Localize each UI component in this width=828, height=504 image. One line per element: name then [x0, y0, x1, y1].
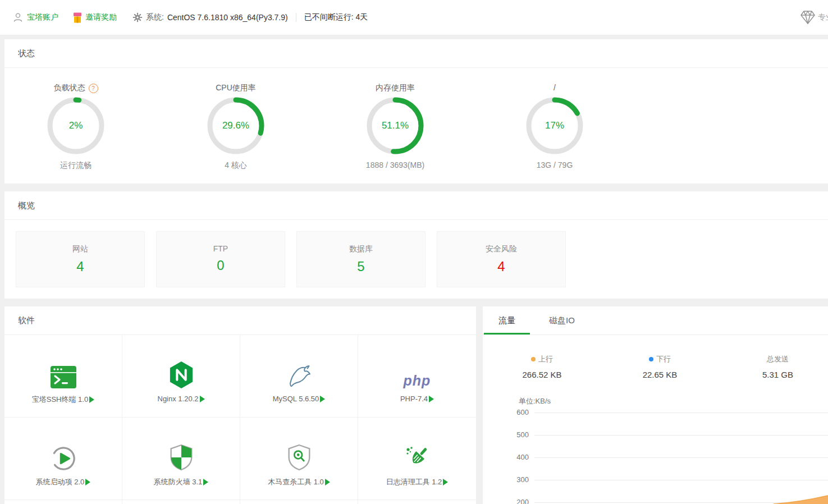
gauge-disk-root: / 17% 13G / 79G [487, 83, 622, 173]
firewall-shield-icon [122, 428, 240, 471]
stat-upstream: 上行 266.52 KB [484, 354, 600, 379]
ytick-200: 200 [498, 498, 529, 504]
gauge-cpu-label: CPU使用率 [216, 83, 256, 93]
gauge-cpu-value: 29.6% [222, 120, 249, 131]
card-databases-label: 数据库 [297, 244, 425, 254]
stat-total-sent-value: 5.31 GB [720, 370, 828, 379]
run-status-icon [200, 396, 205, 402]
stat-downstream: 下行 22.65 KB [602, 354, 717, 379]
software-cell-empty [4, 500, 122, 504]
software-item-label: MySQL 5.6.50 [273, 395, 319, 403]
edition-label: 专业版 [818, 12, 828, 22]
software-item-label: 系统防火墙 3.1 [154, 477, 203, 487]
software-item-firewall[interactable]: 系统防火墙 3.1 [122, 418, 240, 500]
overview-panel-header: 概览 [4, 191, 828, 220]
gauge-load-label: 负载状态 [54, 83, 85, 93]
overview-panel: 概览 网站 4 FTP 0 数据库 5 安全风险 4 [4, 191, 828, 299]
ytick-500: 500 [498, 430, 529, 439]
upstream-dot-icon [531, 357, 536, 361]
software-item-startup[interactable]: 系统启动项 2.0 [4, 418, 122, 500]
run-status-icon [325, 479, 330, 485]
card-websites-value: 4 [16, 259, 144, 274]
card-databases[interactable]: 数据库 5 [296, 231, 426, 287]
malware-scan-icon [240, 428, 358, 471]
card-websites[interactable]: 网站 4 [16, 231, 145, 287]
user-icon [12, 11, 24, 24]
card-ftp-value: 0 [157, 258, 285, 273]
card-ftp[interactable]: FTP 0 [156, 231, 285, 287]
software-item-log-clean[interactable]: 日志清理工具 1.2 [358, 418, 476, 500]
tab-disk-io[interactable]: 磁盘IO [543, 315, 580, 326]
software-item-label: 木马查杀工具 1.0 [268, 477, 324, 487]
software-title: 软件 [18, 315, 35, 326]
gear-icon [132, 12, 143, 22]
gridline [534, 457, 828, 458]
software-item-malware-scan[interactable]: 木马查杀工具 1.0 [240, 418, 358, 500]
software-item-bt-ssh[interactable]: 宝塔SSH终端 1.0 [4, 335, 122, 418]
nginx-icon [122, 345, 240, 389]
gridline [534, 435, 828, 436]
software-item-nginx[interactable]: Nginx 1.20.2 [122, 335, 240, 418]
stat-upstream-value: 266.52 KB [484, 370, 600, 379]
software-panel: 软件 宝塔SSH终端 1.0 [4, 306, 476, 504]
card-security-risk[interactable]: 安全风险 4 [437, 231, 566, 287]
gauge-memory: 内存使用率 51.1% 1888 / 3693(MB) [328, 83, 463, 173]
ytick-400: 400 [498, 453, 529, 461]
card-ftp-label: FTP [157, 244, 285, 253]
gauge-disk-sub: 13G / 79G [487, 161, 622, 169]
gauge-cpu: CPU使用率 29.6% 4 核心 [168, 83, 303, 173]
card-security-risk-label: 安全风险 [437, 244, 565, 254]
card-websites-label: 网站 [16, 244, 144, 254]
diamond-icon [800, 10, 816, 25]
status-panel-header: 状态 [4, 39, 828, 68]
software-item-php[interactable]: php PHP-7.4 [358, 335, 476, 418]
system-info: 系统: CentOS 7.6.1810 x86_64(Py3.7.9) [132, 12, 288, 22]
run-status-icon [203, 479, 208, 485]
stat-downstream-value: 22.65 KB [602, 370, 717, 379]
software-cell-empty [358, 500, 476, 504]
edition-badge[interactable]: 专业版 [800, 0, 828, 35]
downstream-dot-icon [649, 357, 653, 361]
overview-title: 概览 [18, 200, 35, 211]
gauge-memory-value: 51.1% [382, 120, 409, 131]
status-panel: 状态 负载状态 ? 2% 运行流畅 CPU使用率 [4, 39, 828, 184]
run-status-icon [320, 396, 325, 402]
log-clean-broom-icon [358, 428, 476, 471]
status-title: 状态 [18, 48, 35, 59]
gift-icon [73, 12, 82, 23]
ytick-600: 600 [498, 408, 529, 416]
account-link[interactable]: 宝塔账户 [12, 11, 58, 24]
run-status-icon [443, 479, 448, 485]
software-item-mysql[interactable]: MySQL 5.6.50 [240, 335, 358, 418]
software-item-label: 日志清理工具 1.2 [386, 477, 442, 487]
help-icon[interactable]: ? [89, 84, 98, 93]
gauge-memory-sub: 1888 / 3693(MB) [328, 161, 463, 169]
software-item-label: 系统启动项 2.0 [36, 477, 85, 487]
gridline [534, 413, 828, 413]
invite-link[interactable]: 邀请奖励 [73, 12, 117, 23]
uptime-text: 已不间断运行: 4天 [304, 12, 368, 22]
traffic-panel: 流量 磁盘IO 上行 266.52 KB 下行 22.65 KB 总发送 5.3… [483, 306, 828, 504]
software-item-label: Nginx 1.20.2 [158, 395, 199, 403]
run-status-icon [85, 479, 90, 485]
run-status-icon [429, 396, 434, 402]
gauge-disk-label: / [553, 83, 556, 92]
gauge-load-sub: 运行流畅 [8, 161, 143, 171]
chart-unit-label: 单位:KB/s [519, 396, 551, 406]
php-icon: php [358, 345, 476, 389]
software-panel-header: 软件 [4, 306, 476, 335]
tab-traffic[interactable]: 流量 [493, 315, 521, 326]
software-item-label: PHP-7.4 [400, 395, 428, 403]
active-tab-underline [484, 333, 530, 335]
account-label: 宝塔账户 [27, 12, 58, 22]
stat-total-sent: 总发送 5.31 GB [720, 354, 828, 379]
stat-total-sent-label: 总发送 [767, 354, 789, 364]
system-value: CentOS 7.6.1810 x86_64(Py3.7.9) [167, 13, 288, 22]
stat-upstream-label: 上行 [538, 354, 553, 364]
gauge-load-value: 2% [69, 120, 83, 131]
card-security-risk-value: 4 [437, 259, 565, 274]
upstream-area-series [763, 492, 828, 504]
software-cell-empty [240, 500, 358, 504]
software-item-label: 宝塔SSH终端 1.0 [32, 395, 88, 405]
gauge-load: 负载状态 ? 2% 运行流畅 [8, 83, 143, 173]
